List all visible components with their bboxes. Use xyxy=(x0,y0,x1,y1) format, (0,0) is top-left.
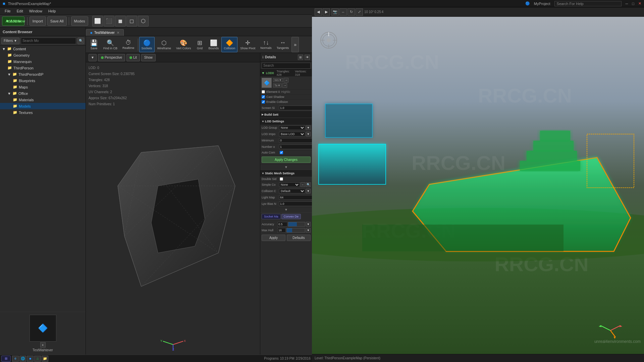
taskbar-chrome[interactable]: 🌐 xyxy=(19,356,26,362)
realtime-btn[interactable]: ⏱ Realtime xyxy=(120,37,137,52)
max-hull-slider[interactable] xyxy=(286,228,305,233)
double-sided-checkbox[interactable] xyxy=(280,177,283,181)
tree-item-geometry[interactable]: 📁 Geometry xyxy=(0,52,86,58)
sockets-btn[interactable]: 🔵 Sockets xyxy=(139,37,155,52)
toolbar-icon-2[interactable]: ⬛ xyxy=(104,16,114,26)
taskbar-ue4[interactable]: ■ xyxy=(27,356,34,362)
apply-changes-button[interactable]: Apply Changes xyxy=(262,157,311,163)
modes-button[interactable]: Modes xyxy=(71,16,88,26)
toolbar-icon-1[interactable]: ⬜ xyxy=(92,16,103,26)
normals-btn[interactable]: ↑↓ Normals xyxy=(258,37,274,52)
add-new-button[interactable]: Add New xyxy=(2,16,24,26)
3d-viewport[interactable]: LOD: 0 Current Screen Size: 0.230785 Tri… xyxy=(86,62,260,362)
max-hull-input[interactable] xyxy=(277,228,286,233)
light-map-input[interactable] xyxy=(279,195,312,200)
level-3d-scene[interactable]: RRCG.CN RRCG.CN RRCG.CN RRCG.CN RRCG.CN xyxy=(312,17,644,354)
show-pivot-btn[interactable]: ✛ Show Pivot xyxy=(238,37,258,52)
lod-group-arrow[interactable]: ▼ xyxy=(306,125,311,130)
tree-item-maps[interactable]: 📁 Maps xyxy=(0,84,86,90)
window-close-btn[interactable]: ✕ xyxy=(638,1,641,6)
toolbar-icon-3[interactable]: ◼ xyxy=(115,16,126,26)
number-of-input[interactable] xyxy=(279,144,312,149)
viewport-menu-btn[interactable]: ▼ xyxy=(89,54,97,61)
collision-c-arrow[interactable]: ▼ xyxy=(306,189,311,193)
build-settings-row[interactable]: ▶ Build Sett xyxy=(260,111,312,118)
lod0-header[interactable]: ▼ LOD0 Triangles: 428 Vertices: 318 xyxy=(260,70,312,76)
toolbar-icon-5[interactable]: ⬡ xyxy=(138,16,149,26)
window-min-btn[interactable]: ─ xyxy=(626,2,628,6)
wireframe-btn[interactable]: ⬡ Wireframe xyxy=(155,37,174,52)
static-mesh-settings-header[interactable]: ▼ Static Mesh Settings xyxy=(260,170,312,177)
lpv-bias-input[interactable] xyxy=(279,201,312,206)
find-in-cb-btn[interactable]: 🔍 Find in CB xyxy=(101,37,120,52)
tex-dropdown[interactable]: Te▼ xyxy=(273,83,282,87)
simple-col-select[interactable]: None xyxy=(279,182,300,187)
material-arrow-btn[interactable]: → xyxy=(284,78,288,82)
max-hull-arrow[interactable]: ▼ xyxy=(306,228,311,233)
bounds-btn[interactable]: ⬜ Bounds xyxy=(206,37,221,52)
new-asset-button[interactable]: + xyxy=(40,342,46,348)
tree-item-blueprints[interactable]: 📁 Blueprints xyxy=(0,77,86,84)
accuracy-arrow[interactable]: ▼ xyxy=(306,222,311,227)
socket-ma-tab[interactable]: Socket Ma xyxy=(262,214,281,219)
cb-search-input[interactable] xyxy=(21,38,76,44)
level-scale-btn[interactable]: ⤢ xyxy=(356,8,363,16)
perspective-btn[interactable]: Perspective xyxy=(98,54,125,61)
menu-file[interactable]: File xyxy=(2,8,13,14)
level-tool-1[interactable]: ◀ xyxy=(315,8,322,16)
menu-edit[interactable]: Edit xyxy=(14,8,26,14)
cb-filters-button[interactable]: Filters ▼ xyxy=(1,38,19,44)
tree-item-thirdpersonbp[interactable]: ▼ 📁 ThirdPersonBP xyxy=(0,71,86,77)
show-btn[interactable]: Show xyxy=(141,54,156,61)
import-button[interactable]: Import xyxy=(30,16,46,26)
lod-group-select[interactable]: None xyxy=(279,125,305,130)
tree-item-thirdperson[interactable]: 📁 ThirdPerson xyxy=(0,65,86,71)
auto-com-checkbox[interactable] xyxy=(280,151,283,154)
toolbar-icon-4[interactable]: ◻ xyxy=(126,16,137,26)
details-search-input[interactable] xyxy=(262,63,311,69)
simple-col-arrow-back[interactable]: ← xyxy=(301,182,305,187)
tree-item-textures[interactable]: 📁 Textures xyxy=(0,109,86,116)
save-tool-btn[interactable]: 💾 Save xyxy=(87,37,101,52)
tree-item-mannequin[interactable]: 📁 Mannequin xyxy=(0,58,86,65)
window-max-btn[interactable]: □ xyxy=(632,2,634,6)
tree-item-materials[interactable]: 📁 Materials xyxy=(0,97,86,103)
convex-defaults-button[interactable]: Defaults xyxy=(287,235,311,241)
details-icon-btn-1[interactable]: ⊞ xyxy=(298,55,303,60)
tangents-btn[interactable]: ↔ Tangents xyxy=(274,37,291,52)
screen-size-input[interactable] xyxy=(279,106,312,110)
toolbar-more-btn[interactable]: » xyxy=(291,37,299,52)
convex-de-tab[interactable]: Convex De xyxy=(281,214,301,219)
taskbar-ie[interactable]: e xyxy=(12,356,19,362)
lit-btn[interactable]: Lit xyxy=(126,54,140,61)
taskbar-explorer[interactable]: 📁 xyxy=(42,356,48,362)
tree-item-office[interactable]: ▼ 📁 Office xyxy=(0,90,86,97)
highlight-checkbox[interactable] xyxy=(262,90,265,94)
mesh-tab-close[interactable]: ✕ xyxy=(117,31,119,35)
tree-item-content[interactable]: ▼ 📁 Content xyxy=(0,46,86,52)
convex-apply-button[interactable]: Apply xyxy=(262,235,285,241)
mesh-editor-tab[interactable]: ■ TestWahtever ✕ xyxy=(86,29,124,36)
search-for-help-input[interactable]: Search For Help xyxy=(554,1,622,6)
lod-expand-arrow[interactable]: ▼ xyxy=(260,165,312,170)
lod-import-arrow[interactable]: ▼ xyxy=(306,132,311,136)
cast-shadow-checkbox[interactable] xyxy=(262,95,265,99)
menu-help[interactable]: Help xyxy=(46,8,59,14)
lod-settings-header[interactable]: ▼ LOD Settings xyxy=(260,118,312,125)
simple-col-search[interactable]: 🔍 xyxy=(306,182,311,187)
minimum-input[interactable] xyxy=(279,138,312,143)
level-tool-2[interactable]: ▶ xyxy=(323,8,330,16)
accuracy-input[interactable] xyxy=(277,222,287,227)
save-all-button[interactable]: Save All xyxy=(47,16,67,26)
collision-btn[interactable]: 🔶 Collision xyxy=(221,37,237,52)
wo-dropdown[interactable]: Wo▼ xyxy=(273,78,283,82)
lod-import-select[interactable]: Base LOD xyxy=(279,132,305,136)
windows-start-btn[interactable]: ⊞ xyxy=(1,356,11,362)
tex-arrow-btn[interactable]: → xyxy=(282,83,287,88)
vert-colors-btn[interactable]: 🎨 Vert Colors xyxy=(174,37,194,52)
sms-expand-arrow[interactable]: ▼ xyxy=(260,207,312,212)
level-translate-btn[interactable]: ↔ xyxy=(339,8,347,16)
menu-window[interactable]: Window xyxy=(26,8,45,14)
collision-c-select[interactable]: Default xyxy=(279,189,305,193)
accuracy-slider[interactable] xyxy=(288,222,305,227)
